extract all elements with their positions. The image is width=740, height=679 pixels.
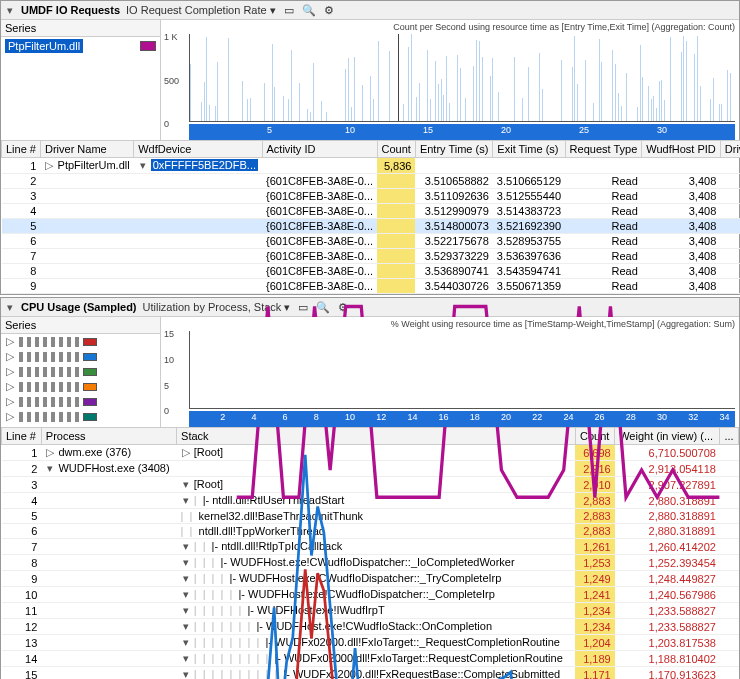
panel2-collapse-icon[interactable]: ▾ — [5, 301, 15, 314]
panel1-series-column: Series PtpFilterUm.dll — [1, 20, 161, 140]
panel1-header: ▾ UMDF IO Requests IO Request Completion… — [1, 1, 739, 20]
panel2-chart[interactable]: % Weight using resource time as [TimeSta… — [161, 317, 739, 427]
panel1-chart[interactable]: Count per Second using resource time as … — [161, 20, 739, 140]
gear-icon[interactable]: ⚙ — [322, 3, 336, 17]
time-axis[interactable]: 246810121416182022242628303234 — [189, 411, 735, 427]
series-item[interactable]: ▷ — [1, 409, 160, 424]
time-axis[interactable]: 51015202530 — [189, 124, 735, 140]
panel2-title: CPU Usage (Sampled) — [21, 301, 137, 313]
series-item[interactable]: ▷ — [1, 334, 160, 349]
panel1-subtitle[interactable]: IO Request Completion Rate ▾ — [126, 4, 276, 17]
series-swatch — [140, 41, 156, 51]
panel2-series-column: Series ▷▷▷▷▷▷ — [1, 317, 161, 427]
panel1-chart-caption: Count per Second using resource time as … — [393, 22, 735, 32]
panel1-collapse-icon[interactable]: ▾ — [5, 4, 15, 17]
series-item[interactable]: ▷ — [1, 364, 160, 379]
series-item-label: PtpFilterUm.dll — [5, 39, 83, 53]
series-header: Series — [1, 20, 160, 37]
column-header[interactable]: Process — [41, 428, 176, 445]
column-header[interactable]: Line # — [2, 141, 41, 158]
column-header[interactable]: Driver Name — [40, 141, 133, 158]
series-header: Series — [1, 317, 160, 334]
cpu-usage-panel: ▾ CPU Usage (Sampled) Utilization by Pro… — [0, 297, 740, 679]
series-item[interactable]: ▷ — [1, 394, 160, 409]
search-icon[interactable]: 🔍 — [302, 3, 316, 17]
column-header[interactable]: Line # — [2, 428, 42, 445]
chart-type-icon[interactable]: ▭ — [282, 3, 296, 17]
series-item[interactable]: PtpFilterUm.dll — [1, 37, 160, 55]
panel2-chart-caption: % Weight using resource time as [TimeSta… — [391, 319, 735, 329]
umdf-io-panel: ▾ UMDF IO Requests IO Request Completion… — [0, 0, 740, 295]
series-item[interactable]: ▷ — [1, 379, 160, 394]
panel1-title: UMDF IO Requests — [21, 4, 120, 16]
series-item[interactable]: ▷ — [1, 349, 160, 364]
